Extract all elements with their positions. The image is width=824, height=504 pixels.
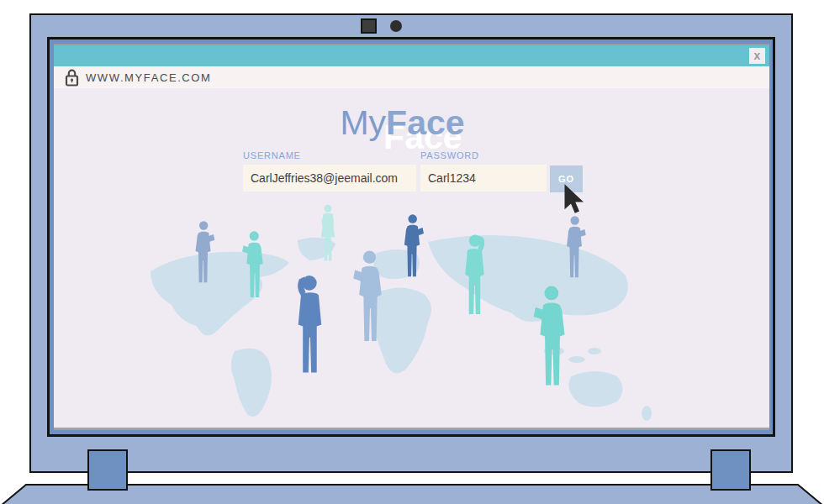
address-bar[interactable]: WWW.MYFACE.COM bbox=[54, 66, 769, 88]
username-input[interactable] bbox=[243, 165, 416, 192]
laptop-hinge-right bbox=[710, 449, 751, 491]
laptop-screen: x WWW.MYFACE.COM bbox=[47, 37, 775, 437]
password-label: PASSWORD bbox=[420, 150, 547, 160]
password-input[interactable] bbox=[420, 165, 547, 192]
username-field-group: USERNAME bbox=[243, 150, 416, 192]
password-field-group: PASSWORD bbox=[420, 150, 547, 192]
person-with-laptop bbox=[190, 221, 216, 285]
myface-login-page: MyFaceFace USERNAME PASSWORD GO bbox=[54, 88, 769, 428]
browser-window: x WWW.MYFACE.COM bbox=[54, 44, 769, 430]
person-with-folder bbox=[241, 231, 268, 300]
address-url: WWW.MYFACE.COM bbox=[86, 71, 212, 84]
logo-face-text: Face bbox=[386, 103, 464, 142]
close-icon[interactable]: x bbox=[749, 48, 765, 64]
illustration-canvas: x WWW.MYFACE.COM bbox=[0, 0, 824, 504]
person-on-phone-teal bbox=[459, 229, 489, 322]
myface-logo: MyFaceFace bbox=[54, 105, 760, 141]
webcam bbox=[361, 18, 377, 34]
person-arms-crossed bbox=[317, 204, 339, 263]
person-with-document bbox=[531, 286, 573, 389]
person-on-phone-large bbox=[289, 275, 331, 376]
person-with-notebook bbox=[399, 214, 425, 279]
logo-my-text: My bbox=[340, 103, 386, 142]
mouse-cursor bbox=[563, 183, 588, 217]
lock-icon bbox=[65, 69, 79, 87]
person-with-clipboard bbox=[352, 250, 388, 344]
laptop-hinge-left bbox=[87, 449, 128, 491]
laptop-screen-bezel: x WWW.MYFACE.COM bbox=[29, 13, 793, 473]
username-label: USERNAME bbox=[243, 150, 416, 160]
camera-indicator-light bbox=[390, 20, 402, 32]
window-title-bar[interactable]: x bbox=[54, 45, 769, 66]
person-with-tablet bbox=[561, 216, 588, 280]
